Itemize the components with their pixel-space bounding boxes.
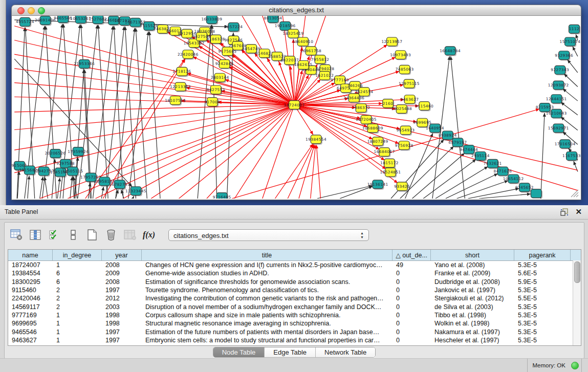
graph-edge[interactable] [103,59,185,199]
table-row[interactable]: 1872400712008Changes of HCN gene express… [8,261,581,269]
column-header-title[interactable]: title [142,250,393,260]
table-row[interactable]: 1456911722003Disruption of a novel membe… [8,302,581,311]
table-cell: Hescheler et al. (1997) [431,337,514,344]
graph-node-label: 10653267 [70,16,91,21]
table-panel-body: f(x) citations_edges.txt ▲▼ namein_degre… [4,222,583,372]
table-cell: 22420046 [8,295,53,302]
table-cell: 2003 [102,303,142,311]
network-canvas[interactable]: 1872400719384554405572420691406946554610… [11,16,581,200]
function-builder-icon[interactable]: f(x) [142,228,156,242]
graph-node-label: 16684067 [374,149,395,154]
graph-edge[interactable] [446,173,498,199]
table-tabs: Node TableEdge TableNetwork Table [5,347,584,358]
status-divider [527,359,528,372]
table-cell: 0 [393,329,431,336]
graph-node-label: 933426 [394,184,410,189]
node-table: namein_degreeyeartitle△ out_de...shortpa… [8,249,581,346]
column-header-year[interactable]: year [102,250,142,260]
graph-edge[interactable] [14,54,294,105]
graph-node-label: 6879197 [449,140,467,145]
graph-edge[interactable] [412,153,465,199]
column-header-name[interactable]: name [8,250,53,260]
graph-edge[interactable] [52,159,55,199]
memory-ok-indicator[interactable] [571,362,579,369]
graph-edge[interactable] [17,28,25,199]
table-settings-icon[interactable] [10,228,23,242]
table-row[interactable]: 946554611997Estimation of the future num… [8,327,581,336]
table-row[interactable]: 946362711997Embryonic stem cells: a mode… [8,336,581,344]
column-header-out_de[interactable]: △ out_de... [393,250,431,260]
tab-network-table[interactable]: Network Table [316,347,375,357]
table-row[interactable]: 1938455462009Genome-wide association stu… [8,269,581,277]
graph-edge[interactable] [311,145,316,199]
column-header-short[interactable]: short [431,250,514,260]
show-columns-icon[interactable] [29,228,42,242]
table-cell: 1998 [102,312,142,319]
network-view-window[interactable]: citations_edges.txt 18724007193845544055… [11,5,581,200]
table-row[interactable]: 911546021997Tourette syndrome. Phenomeno… [8,286,581,294]
table-row[interactable]: 1830029562008Estimation of significance … [8,278,581,286]
graph-edge[interactable] [288,144,314,199]
graph-node-label: 12213957 [381,39,402,44]
graph-node-label: 7857224 [224,25,243,29]
row-height-icon[interactable] [67,228,80,242]
graph-node-label: 6794028 [316,67,334,71]
graph-edge[interactable] [275,144,313,199]
graph-node-label: 1621022 [315,73,334,78]
edge-arrowhead [307,56,310,60]
table-cell: 14569117 [8,303,53,311]
graph-node[interactable] [531,189,541,198]
graph-node-label: 15692971 [548,126,569,130]
new-table-icon[interactable] [85,228,99,242]
graph-node-label: 16648784 [440,49,461,53]
table-header-row: namein_degreeyeartitle△ out_de...shortpa… [8,250,581,261]
graph-node-label: 7386372 [352,105,371,110]
window-resize-grip[interactable] [569,188,579,198]
graph-node-label: 4055724 [16,19,34,24]
table-row[interactable]: 977716911998Corpus callosum shape and si… [8,311,581,319]
window-titlebar[interactable]: citations_edges.txt [11,5,581,16]
graph-edge[interactable] [451,56,465,199]
table-cell: 0 [393,278,431,286]
table-vertical-scrollbar[interactable] [573,260,581,345]
graph-edge[interactable] [263,105,294,199]
graph-node-label: 16961758 [300,49,321,53]
table-panel-header[interactable]: Table Panel ✕ [0,205,588,220]
select-rows-icon[interactable] [48,228,61,242]
graph-edge[interactable] [14,26,294,105]
table-toolbar: f(x) citations_edges.txt ▲▼ [10,227,369,243]
close-panel-icon[interactable]: ✕ [575,207,582,216]
table-row[interactable]: 969969511998Structural magnetic resonanc… [8,319,581,327]
edge-arrowhead [41,177,44,180]
table-row[interactable]: 2242004622012Investigating the contribut… [8,294,581,302]
status-bar: Memory: OK [0,358,588,372]
graph-edge[interactable] [541,113,545,199]
table-cell: 0 [393,270,431,277]
table-cell: Estimation of significance thresholds fo… [142,278,393,286]
graph-node-label: 9463627 [401,97,419,102]
table-cell: 5.3E-5 [514,287,571,294]
column-header-in_degree[interactable]: in_degree [53,250,102,260]
graph-node-label: 8215953 [536,105,554,110]
tab-node-table[interactable]: Node Table [213,347,265,357]
graph-edge[interactable] [136,28,147,199]
graph-edge[interactable] [198,25,211,199]
edge-arrowhead [131,196,134,199]
graph-node-label: 16720405 [356,117,377,122]
tab-edge-table[interactable]: Edge Table [265,347,316,357]
scrollbar-thumb[interactable] [574,261,580,283]
citation-network-graph[interactable]: 1872400719384554405572420691406946554610… [12,16,581,199]
table-cell: 1 [53,337,102,344]
graph-edge[interactable] [316,145,320,199]
table-cell: 1 [53,320,102,327]
memory-status-label: Memory: OK [532,362,565,368]
graph-edge[interactable] [149,32,160,199]
column-header-pagerank[interactable]: pagerank [514,250,571,260]
graph-edge[interactable] [340,186,373,199]
table-selector-dropdown[interactable]: citations_edges.txt ▲▼ [168,229,369,241]
float-panel-icon[interactable] [560,208,569,216]
table-cell: Nakamura et al. (1997) [431,329,514,336]
delete-table-icon[interactable] [104,228,118,242]
table-cell: 1997 [102,329,142,336]
graph-edge[interactable] [151,105,294,199]
